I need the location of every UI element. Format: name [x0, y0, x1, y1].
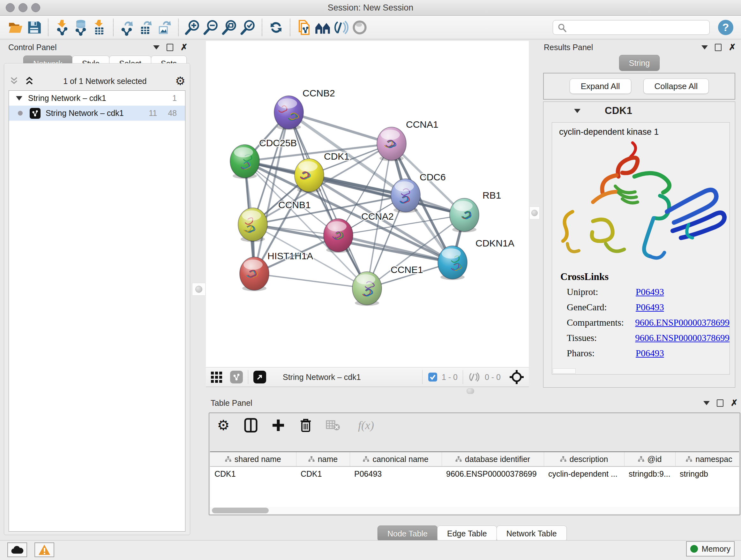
- help-button[interactable]: ?: [718, 20, 733, 35]
- create-column-button[interactable]: [270, 417, 286, 434]
- panel-close-icon[interactable]: ✗: [731, 399, 738, 408]
- panel-menu-icon[interactable]: [153, 45, 159, 50]
- table-cell[interactable]: stringdb:9...: [624, 466, 675, 481]
- network-row-selected[interactable]: String Network – cdk1 11 48: [9, 106, 185, 121]
- table-hscrollbar[interactable]: [210, 507, 739, 514]
- crosslink-label: GeneCard:: [567, 301, 636, 313]
- string-network-icon: [30, 108, 41, 119]
- network-collection-row[interactable]: String Network – cdk1 1: [9, 91, 185, 106]
- gene-collapse-icon[interactable]: [574, 109, 581, 113]
- column-header[interactable]: @id: [624, 452, 675, 466]
- column-type-icon: [638, 456, 644, 462]
- column-header[interactable]: canonical name: [350, 452, 442, 466]
- save-session-button[interactable]: [25, 17, 44, 37]
- show-all-button[interactable]: [350, 17, 369, 37]
- network-node-HIST1H1A[interactable]: HIST1H1A: [240, 251, 313, 291]
- table-cell[interactable]: stringdb: [675, 466, 739, 481]
- selected-checkbox-icon[interactable]: [428, 372, 438, 382]
- search-input[interactable]: [553, 20, 710, 35]
- table-cell[interactable]: 9606.ENSP00000378699: [442, 466, 544, 481]
- panel-float-icon[interactable]: [166, 44, 173, 51]
- panel-menu-icon[interactable]: [703, 401, 710, 405]
- zoom-fit-icon: [221, 19, 238, 36]
- export-network-button[interactable]: [118, 17, 137, 37]
- crosslink-label: Tissues:: [567, 332, 635, 344]
- network-node-RB1[interactable]: RB1: [450, 190, 501, 233]
- scrollbar-thumb[interactable]: [212, 508, 269, 513]
- network-view[interactable]: CCNB2CCNA1CDC25BCDK1CDC6RB1CCNB1CCNA2CDK…: [206, 41, 529, 367]
- table-cell[interactable]: CDK1: [210, 466, 296, 481]
- svg-text:CCNA2: CCNA2: [361, 211, 394, 222]
- hidden-eye-icon[interactable]: [468, 372, 481, 382]
- first-neighbors-button[interactable]: [313, 17, 332, 37]
- network-name: String Network – cdk1: [46, 109, 124, 118]
- panel-close-icon[interactable]: ✗: [180, 43, 188, 52]
- toolbar-separator: [290, 19, 290, 36]
- panel-close-icon[interactable]: ✗: [729, 43, 736, 52]
- import-network-file-button[interactable]: [53, 17, 71, 37]
- table-row[interactable]: CDK1CDK1P064939606.ENSP00000378699cyclin…: [210, 466, 739, 481]
- horizontal-splitter-handle[interactable]: [467, 388, 474, 394]
- panel-menu-icon[interactable]: [701, 45, 708, 50]
- collapse-all-chevrons-icon[interactable]: [9, 76, 19, 86]
- results-scrollbar[interactable]: [553, 368, 576, 374]
- open-session-button[interactable]: [6, 17, 25, 37]
- open-in-browser-icon[interactable]: [253, 371, 266, 383]
- title-bar: Session: New Session: [0, 0, 741, 16]
- tab-node-table[interactable]: Node Table: [378, 525, 437, 542]
- expand-all-button[interactable]: Expand All: [569, 78, 631, 94]
- zoom-selected-button[interactable]: [239, 17, 257, 37]
- tab-network-table[interactable]: Network Table: [496, 525, 567, 542]
- table-settings-button[interactable]: ⚙: [215, 417, 232, 434]
- collapse-all-button[interactable]: Collapse All: [643, 78, 709, 94]
- column-header[interactable]: shared name: [210, 452, 296, 466]
- gene-symbol: CDK1: [605, 105, 632, 117]
- import-table-file-button[interactable]: [90, 17, 109, 37]
- expand-all-chevrons-icon[interactable]: [24, 76, 35, 86]
- show-columns-button[interactable]: [243, 417, 259, 434]
- compartments-link[interactable]: 9606.ENSP00000378699: [635, 316, 730, 328]
- network-node-CDKN1A[interactable]: CDKN1A: [438, 238, 515, 280]
- grid-view-icon[interactable]: [210, 370, 224, 384]
- warnings-button[interactable]: [35, 543, 54, 557]
- genecard-link[interactable]: P06493: [636, 301, 664, 313]
- svg-text:CDC6: CDC6: [420, 172, 446, 182]
- uniprot-link[interactable]: P06493: [636, 286, 664, 298]
- table-cell[interactable]: CDK1: [296, 466, 350, 481]
- export-image-button[interactable]: [155, 17, 174, 37]
- apply-layout-button[interactable]: [267, 17, 285, 37]
- tab-string[interactable]: String: [619, 55, 660, 71]
- network-node-CCNA1[interactable]: CCNA1: [377, 119, 439, 161]
- right-splitter-handle[interactable]: [529, 206, 540, 219]
- tree-expand-icon[interactable]: [16, 96, 22, 101]
- zoom-out-button[interactable]: [202, 17, 220, 37]
- tab-edge-table[interactable]: Edge Table: [437, 525, 497, 542]
- import-network-database-button[interactable]: [71, 17, 90, 37]
- table-cell[interactable]: P06493: [350, 466, 442, 481]
- export-network-icon: [119, 19, 136, 36]
- string-view-icon[interactable]: [230, 371, 243, 383]
- panel-float-icon[interactable]: [717, 399, 724, 407]
- network-node-CCNE1[interactable]: CCNE1: [352, 264, 423, 306]
- column-header[interactable]: name: [296, 452, 350, 466]
- clone-network-button[interactable]: [295, 17, 313, 37]
- memory-button[interactable]: Memory: [686, 541, 735, 557]
- cloud-status-button[interactable]: [7, 543, 27, 557]
- zoom-in-button[interactable]: [183, 17, 202, 37]
- hide-selected-button[interactable]: [332, 17, 350, 37]
- column-header[interactable]: namespac: [675, 452, 739, 466]
- tissues-link[interactable]: 9606.ENSP00000378699: [635, 332, 730, 344]
- delete-column-button[interactable]: [297, 417, 314, 434]
- column-header[interactable]: database identifier: [442, 452, 544, 466]
- network-options-gear-icon[interactable]: ⚙: [175, 75, 185, 87]
- network-graph[interactable]: CCNB2CCNA1CDC25BCDK1CDC6RB1CCNB1CCNA2CDK…: [206, 41, 529, 367]
- panel-float-icon[interactable]: [715, 44, 722, 51]
- duplicate-documents-icon: [296, 19, 313, 36]
- birdseye-crosshair-icon[interactable]: [509, 369, 524, 385]
- zoom-fit-button[interactable]: [220, 17, 239, 37]
- column-header[interactable]: description: [544, 452, 624, 466]
- pharos-link[interactable]: P06493: [636, 347, 664, 359]
- export-table-button[interactable]: [137, 17, 155, 37]
- left-splitter-handle[interactable]: [192, 283, 205, 296]
- table-cell[interactable]: cyclin-dependent ...: [544, 466, 624, 481]
